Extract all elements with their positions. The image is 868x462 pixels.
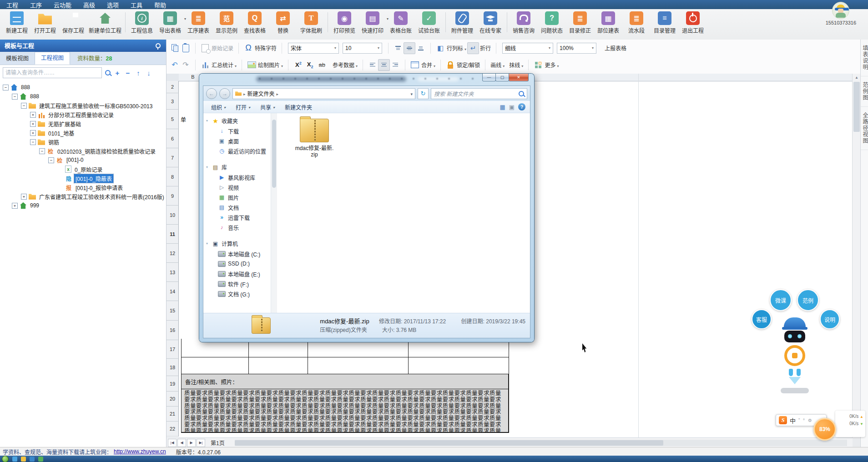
toolbar-button[interactable]: ≣ 目录修正 [566, 11, 594, 34]
lock-unlock-label[interactable]: 锁定/解锁 [457, 61, 480, 69]
omega-icon[interactable]: Ω [243, 43, 254, 54]
nav-item-label[interactable]: 计算机 [222, 240, 238, 247]
row-header[interactable]: 2 [167, 81, 179, 93]
strikethrough-button[interactable]: ab [318, 61, 325, 68]
menu-item[interactable]: 帮助 [154, 0, 166, 9]
tree-item[interactable]: − 钢筋 [0, 137, 166, 146]
toolbar-button[interactable]: T 字体批刷 [297, 11, 325, 34]
lock-icon[interactable] [445, 60, 456, 70]
tree-item[interactable]: − 888 [0, 92, 166, 101]
user-account[interactable]: 15510373316 [826, 2, 856, 25]
tree-item[interactable]: − 检 02010203_钢筋连接检验批质量验收记录 [0, 146, 166, 156]
row-header[interactable]: 18 [167, 359, 179, 376]
tree-item[interactable]: − 检 [001]-0 [0, 156, 166, 165]
start-orb-icon[interactable] [2, 456, 9, 462]
summary-stats-label[interactable]: 汇总统计 [212, 61, 237, 69]
first-page-button[interactable]: |◀ [168, 439, 177, 447]
forward-button[interactable] [219, 88, 230, 99]
tree-item-label[interactable]: 钢筋 [47, 138, 61, 146]
toolbar-button[interactable]: ⇄ 替换 [269, 11, 297, 34]
right-panel-tab[interactable]: 范例图 [861, 76, 868, 107]
rowcol-header-icon[interactable]: ◧ [435, 43, 446, 54]
nav-item[interactable]: ▾ ▤ 库 [206, 162, 271, 172]
tree-expander[interactable]: + [30, 130, 36, 136]
command-bar-item[interactable]: 组织 [206, 102, 231, 112]
sheet-corner[interactable] [167, 74, 179, 81]
remark-text-cell[interactable]: 质量要求质量要求质量要求质量要求质量要求质量要求质量要求质量要求质量要求质量要求… [181, 389, 509, 432]
instructions-bubble[interactable]: 说明 [820, 309, 840, 329]
search-icon[interactable] [105, 70, 111, 75]
tree-item[interactable]: + 0101_地基 [0, 128, 166, 137]
menu-item[interactable]: 高级 [83, 0, 95, 9]
minimize-button[interactable]: — [482, 74, 496, 81]
tree-expander[interactable]: + [21, 194, 27, 200]
tree-item[interactable]: + 无筋扩展基础 [0, 119, 166, 128]
tree-item[interactable]: + 999 [0, 201, 166, 210]
address-dropdown-icon[interactable] [410, 90, 413, 97]
font-family-select[interactable]: 宋体 [288, 43, 339, 54]
pin-icon[interactable] [156, 43, 161, 48]
tree-item-label[interactable]: 999 [29, 202, 40, 209]
report-table-label[interactable]: 上报表格 [605, 44, 626, 52]
row-header[interactable]: 16 [167, 321, 179, 340]
nav-item[interactable]: ▶ 暴风影视库 [206, 172, 271, 182]
command-bar-item[interactable]: 共享 [255, 102, 280, 112]
nav-item[interactable]: 本地磁盘 (E:) [206, 269, 271, 279]
nav-item-label[interactable]: 库 [222, 163, 227, 171]
tree-item-label[interactable]: 建筑工程施工质量验收统一标准GB50300-2013 [38, 101, 154, 110]
tree-item[interactable]: 报 [001]-0_报验申请表 [0, 183, 166, 192]
row-header[interactable]: 6 [167, 129, 179, 148]
nav-item[interactable]: ▤ 文档 [206, 202, 271, 212]
customer-service-bubble[interactable]: 客服 [752, 309, 772, 329]
nav-item[interactable]: ▦ 图片 [206, 192, 271, 202]
tree-item-label[interactable]: 广东省建筑工程竣工验收技术资料统一用表(2016版) [38, 192, 166, 201]
nav-item-label[interactable]: 文档 (G:) [228, 290, 250, 298]
font-size-select[interactable]: 10 [343, 43, 382, 54]
tree-item-label[interactable]: 0_原始记录 [73, 165, 104, 174]
tab-template-view[interactable]: 模板视图 [0, 53, 35, 65]
row-header[interactable]: 22 [167, 422, 179, 437]
tree-item[interactable]: − 建筑工程施工质量验收统一标准GB50300-2013 [0, 101, 166, 110]
nav-item[interactable]: ▷ 视频 [206, 182, 271, 192]
toolbar-button[interactable]: ▤ ▾ 快速打印 [358, 11, 387, 34]
row-header[interactable]: 19 [167, 376, 179, 392]
nav-item-label[interactable]: 暴风影视库 [228, 174, 255, 181]
row-header[interactable]: 17 [167, 340, 179, 359]
row-header[interactable]: 20 [167, 392, 179, 407]
nav-item-label[interactable]: 最近访问的位置 [228, 147, 266, 155]
toolbar-button[interactable]: ◉ 打印预览 [330, 11, 358, 34]
ime-tools-icons[interactable]: ” ° ⚙ [798, 418, 813, 423]
menu-item[interactable]: 工程 [6, 0, 18, 9]
command-bar-item[interactable]: 新建文件夹 [280, 102, 317, 112]
scroll-up-icon[interactable]: ▲ [853, 74, 861, 81]
wrap-text-icon[interactable]: ↵ [467, 42, 479, 54]
health-badge[interactable]: 83% [813, 418, 836, 441]
nav-item-label[interactable]: 收藏夹 [222, 117, 238, 125]
original-record-icon[interactable] [200, 43, 211, 54]
erase-line-label[interactable]: 抹线 [509, 61, 523, 69]
valign-bottom-icon[interactable] [415, 43, 426, 54]
tree-expander[interactable]: + [30, 121, 36, 127]
nav-item[interactable]: ▾ ★ 收藏夹 [206, 116, 271, 126]
nav-item-label[interactable]: 下载 [228, 127, 239, 135]
row-header[interactable]: 9 [167, 186, 179, 206]
merge-cells-label[interactable]: 合并 [421, 61, 435, 69]
file-item[interactable]: mdac修复-最新. zip [293, 119, 336, 158]
horizontal-scrollbar[interactable] [235, 440, 847, 446]
toolbar-button[interactable]: 工程信息 [128, 11, 156, 34]
toolbar-button[interactable]: 保存工程 [59, 11, 87, 34]
nav-item[interactable]: SSD (D:) [206, 259, 271, 269]
tree-item-label[interactable]: [001]-0_隐蔽表 [74, 174, 113, 183]
original-record-label[interactable]: 原始记录 [212, 44, 233, 52]
toolbar-button[interactable]: 打开工程 [31, 11, 59, 34]
menu-item[interactable]: 工具 [131, 0, 142, 9]
maximize-button[interactable]: ▢ [495, 74, 509, 81]
nav-item[interactable]: 软件 (F:) [206, 279, 271, 289]
row-header[interactable]: 7 [167, 148, 179, 167]
sheet-cell-fragment[interactable]: 单 [181, 116, 186, 123]
tree-expander[interactable]: + [30, 112, 36, 118]
nav-item-label[interactable]: 图片 [228, 194, 239, 201]
sogou-logo-icon[interactable]: S [779, 416, 787, 424]
align-center-icon[interactable] [378, 59, 390, 71]
nav-item[interactable]: ▣ 桌面 [206, 136, 271, 146]
